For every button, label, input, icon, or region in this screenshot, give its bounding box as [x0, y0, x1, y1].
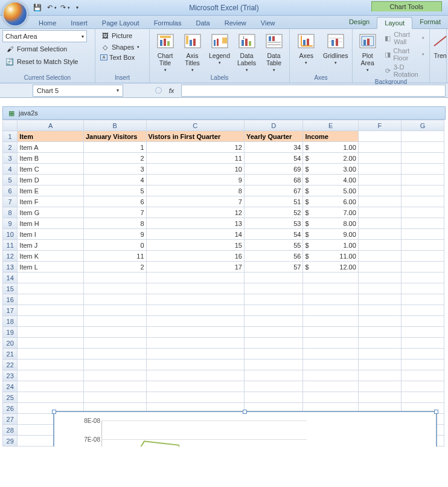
tab-home[interactable]: Home	[31, 18, 63, 28]
cell[interactable]	[303, 305, 358, 316]
cell[interactable]	[401, 273, 444, 283]
cell[interactable]	[401, 153, 444, 164]
cell[interactable]: $3.00	[303, 164, 358, 175]
cell[interactable]	[146, 294, 244, 305]
cell[interactable]	[244, 349, 302, 360]
row-header[interactable]: 13	[3, 262, 18, 273]
cell[interactable]: $1.00	[303, 142, 358, 153]
redo-button[interactable]: ↷▾	[58, 2, 70, 14]
formula-input[interactable]	[181, 85, 446, 97]
col-header-D[interactable]: D	[244, 120, 302, 131]
cell[interactable]: 1	[84, 142, 147, 153]
header-cell[interactable]: Vistors in First Quarter	[146, 131, 244, 142]
cell[interactable]: 6	[84, 196, 147, 207]
select-all-cell[interactable]	[3, 120, 18, 131]
axis-titles-button[interactable]: Axis Titles▾	[179, 30, 205, 74]
cell[interactable]: 52	[244, 207, 302, 218]
cell[interactable]: 8	[84, 218, 147, 229]
cell[interactable]: 2	[84, 153, 147, 164]
cell[interactable]	[401, 338, 444, 349]
header-cell[interactable]: Item	[18, 131, 84, 142]
cell[interactable]: Item B	[18, 153, 84, 164]
cell[interactable]	[84, 327, 147, 338]
cell[interactable]	[401, 229, 444, 240]
cell[interactable]	[401, 316, 444, 327]
col-header-G[interactable]: G	[401, 120, 444, 131]
undo-button[interactable]: ↶▾	[45, 2, 57, 14]
cell[interactable]: Item J	[18, 240, 84, 251]
cell[interactable]	[84, 360, 147, 370]
cell[interactable]	[18, 305, 84, 316]
row-header[interactable]: 14	[3, 273, 18, 283]
col-header-B[interactable]: B	[84, 120, 147, 131]
embedded-chart[interactable]: Billions 01E-082E-083E-084E-085E-086E-08…	[53, 411, 437, 447]
worksheet-grid[interactable]: ABCDEFG 1ItemJanuary VisitorsVistors in …	[2, 120, 446, 447]
fx-button[interactable]: fx	[164, 85, 179, 97]
trendline-button[interactable]: Tren	[432, 30, 448, 60]
cell[interactable]	[84, 305, 147, 316]
row-header[interactable]: 6	[3, 185, 18, 196]
cell[interactable]	[401, 240, 444, 251]
cell[interactable]	[146, 316, 244, 327]
cell[interactable]	[303, 294, 358, 305]
cell[interactable]	[358, 164, 401, 175]
cell[interactable]	[244, 360, 302, 370]
cell[interactable]	[358, 218, 401, 229]
cell[interactable]: 54	[244, 153, 302, 164]
cell[interactable]	[244, 392, 302, 403]
cell[interactable]: 53	[244, 218, 302, 229]
cell[interactable]	[358, 251, 401, 262]
cell[interactable]	[146, 283, 244, 294]
row-header[interactable]: 16	[3, 294, 18, 305]
tab-data[interactable]: Data	[188, 18, 217, 28]
tab-formulas[interactable]: Formulas	[147, 18, 189, 28]
cell[interactable]: 67	[244, 185, 302, 196]
header-cell[interactable]: January Visitors	[84, 131, 147, 142]
cell[interactable]	[401, 262, 444, 273]
cell[interactable]	[18, 273, 84, 283]
cell[interactable]	[303, 392, 358, 403]
cell[interactable]	[358, 131, 401, 142]
cell[interactable]	[401, 283, 444, 294]
cell[interactable]	[84, 338, 147, 349]
cell[interactable]	[18, 316, 84, 327]
cell[interactable]: Item F	[18, 196, 84, 207]
textbox-button[interactable]: AText Box	[98, 53, 142, 62]
cell[interactable]	[401, 305, 444, 316]
col-header-E[interactable]: E	[303, 120, 358, 131]
tab-view[interactable]: View	[254, 18, 283, 28]
cell[interactable]: $6.00	[303, 196, 358, 207]
cell[interactable]: 8	[146, 185, 244, 196]
cell[interactable]: 4	[84, 175, 147, 185]
cell[interactable]: 54	[244, 229, 302, 240]
cell[interactable]: 34	[244, 142, 302, 153]
cell[interactable]: $9.00	[303, 229, 358, 240]
cell[interactable]	[358, 175, 401, 185]
cell[interactable]	[358, 349, 401, 360]
cell[interactable]	[401, 370, 444, 381]
cell[interactable]: Item D	[18, 175, 84, 185]
cell[interactable]	[358, 327, 401, 338]
cell[interactable]: 5	[84, 185, 147, 196]
save-button[interactable]: 💾	[31, 2, 43, 14]
plot-area-button[interactable]: Plot Area▾	[355, 30, 380, 74]
row-header[interactable]: 19	[3, 327, 18, 338]
cell[interactable]	[244, 316, 302, 327]
cell[interactable]: Item K	[18, 251, 84, 262]
gridlines-button[interactable]: Gridlines▾	[322, 30, 350, 66]
row-header[interactable]: 17	[3, 305, 18, 316]
cell[interactable]: $11.00	[303, 251, 358, 262]
fx-cancel[interactable]	[155, 87, 162, 94]
row-header[interactable]: 18	[3, 316, 18, 327]
row-header[interactable]: 15	[3, 283, 18, 294]
data-labels-button[interactable]: 1Data Labels▾	[234, 30, 260, 74]
cell[interactable]	[358, 207, 401, 218]
cell[interactable]	[84, 392, 147, 403]
cell[interactable]	[146, 349, 244, 360]
cell[interactable]	[18, 327, 84, 338]
cell[interactable]	[303, 327, 358, 338]
chart-title-button[interactable]: Chart Title▾	[152, 30, 178, 74]
cell[interactable]: 3	[84, 164, 147, 175]
header-cell[interactable]: Yearly Quarter	[244, 131, 302, 142]
cell[interactable]: 69	[244, 164, 302, 175]
